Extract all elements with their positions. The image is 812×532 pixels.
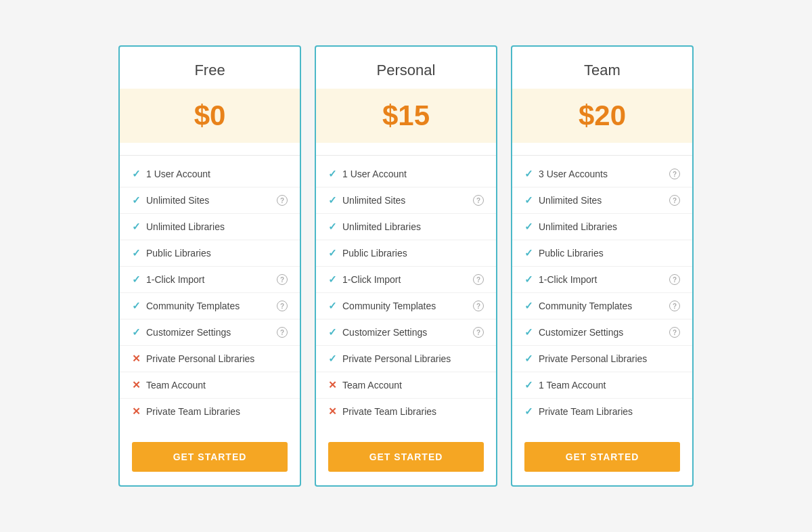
pricing-container: Free$0✓1 User Account✓Unlimited Sites?✓U… xyxy=(98,25,714,507)
price-personal: $15 xyxy=(330,99,482,132)
feature-label: Public Libraries xyxy=(342,248,484,259)
card-header-personal: Personal$15 xyxy=(316,47,496,156)
features-list-personal: ✓1 User Account✓Unlimited Sites?✓Unlimit… xyxy=(316,156,496,430)
check-icon: ✓ xyxy=(524,353,533,365)
cross-icon: ✕ xyxy=(132,353,141,365)
cross-icon: ✕ xyxy=(328,379,337,391)
feature-item: ✓1-Click Import? xyxy=(512,267,692,293)
features-list-team: ✓3 User Accounts?✓Unlimited Sites?✓Unlim… xyxy=(512,156,692,430)
feature-label: 1 Team Account xyxy=(539,380,680,391)
feature-item: ✓Public Libraries xyxy=(512,240,692,267)
check-icon: ✓ xyxy=(132,221,141,233)
plan-name-team: Team xyxy=(526,62,679,79)
feature-item: ✕Private Team Libraries xyxy=(316,399,496,424)
feature-item: ✓1 Team Account xyxy=(512,372,692,399)
check-icon: ✓ xyxy=(328,221,337,233)
pricing-card-team: Team$20✓3 User Accounts?✓Unlimited Sites… xyxy=(511,45,694,487)
check-icon: ✓ xyxy=(524,300,533,312)
feature-item: ✕Private Personal Libraries xyxy=(120,346,300,372)
feature-item: ✕Private Team Libraries xyxy=(120,399,300,424)
check-icon: ✓ xyxy=(132,300,141,312)
feature-label: 1-Click Import xyxy=(146,274,271,285)
check-icon: ✓ xyxy=(132,247,141,259)
help-icon[interactable]: ? xyxy=(473,301,484,311)
help-icon[interactable]: ? xyxy=(669,301,680,311)
feature-label: Private Team Libraries xyxy=(342,406,484,417)
check-icon: ✓ xyxy=(328,326,337,338)
help-icon[interactable]: ? xyxy=(277,327,288,338)
feature-item: ✓Private Team Libraries xyxy=(512,399,692,424)
plan-name-personal: Personal xyxy=(330,62,482,79)
get-started-button-team[interactable]: GET STARTED xyxy=(524,442,680,472)
feature-label: Customizer Settings xyxy=(342,327,468,338)
feature-item: ✓Customizer Settings? xyxy=(316,319,496,346)
card-footer-personal: GET STARTED xyxy=(316,430,496,485)
check-icon: ✓ xyxy=(524,273,533,286)
feature-label: 1-Click Import xyxy=(342,274,468,285)
feature-item: ✓Unlimited Sites? xyxy=(120,187,300,214)
feature-item: ✓Unlimited Sites? xyxy=(316,187,496,214)
feature-label: Community Templates xyxy=(146,301,271,311)
feature-item: ✓Community Templates? xyxy=(512,293,692,319)
feature-item: ✓Unlimited Libraries xyxy=(316,214,496,240)
feature-item: ✓Customizer Settings? xyxy=(120,319,300,346)
price-team: $20 xyxy=(526,99,679,132)
feature-label: 1 User Account xyxy=(342,169,484,179)
check-icon: ✓ xyxy=(524,379,533,391)
help-icon[interactable]: ? xyxy=(669,195,680,206)
feature-label: Unlimited Sites xyxy=(146,195,271,206)
check-icon: ✓ xyxy=(328,247,337,259)
card-header-free: Free$0 xyxy=(120,47,300,156)
feature-label: Private Team Libraries xyxy=(539,406,680,417)
check-icon: ✓ xyxy=(328,168,337,180)
feature-item: ✓Private Personal Libraries xyxy=(512,346,692,372)
help-icon[interactable]: ? xyxy=(473,327,484,338)
check-icon: ✓ xyxy=(132,194,141,206)
help-icon[interactable]: ? xyxy=(669,169,680,179)
feature-label: Community Templates xyxy=(342,301,468,311)
feature-item: ✓Community Templates? xyxy=(316,293,496,319)
check-icon: ✓ xyxy=(524,405,533,418)
card-header-team: Team$20 xyxy=(512,47,692,156)
feature-label: Unlimited Libraries xyxy=(539,221,680,232)
feature-item: ✕Team Account xyxy=(120,372,300,399)
feature-item: ✓1-Click Import? xyxy=(120,267,300,293)
feature-label: Public Libraries xyxy=(146,248,288,259)
price-box-personal: $15 xyxy=(316,89,496,143)
help-icon[interactable]: ? xyxy=(473,195,484,206)
feature-label: Public Libraries xyxy=(539,248,680,259)
help-icon[interactable]: ? xyxy=(669,274,680,285)
feature-label: Team Account xyxy=(342,380,484,391)
feature-label: Customizer Settings xyxy=(539,327,664,338)
help-icon[interactable]: ? xyxy=(277,274,288,285)
feature-item: ✓Community Templates? xyxy=(120,293,300,319)
feature-label: Private Personal Libraries xyxy=(146,353,288,364)
help-icon[interactable]: ? xyxy=(277,195,288,206)
check-icon: ✓ xyxy=(328,194,337,206)
feature-item: ✓Unlimited Libraries xyxy=(512,214,692,240)
cross-icon: ✕ xyxy=(132,405,141,418)
feature-item: ✓Unlimited Libraries xyxy=(120,214,300,240)
pricing-card-free: Free$0✓1 User Account✓Unlimited Sites?✓U… xyxy=(118,45,301,487)
price-free: $0 xyxy=(133,99,286,132)
check-icon: ✓ xyxy=(328,353,337,365)
check-icon: ✓ xyxy=(524,221,533,233)
feature-label: Unlimited Libraries xyxy=(342,221,484,232)
help-icon[interactable]: ? xyxy=(669,327,680,338)
feature-item: ✓1 User Account xyxy=(316,161,496,187)
get-started-button-free[interactable]: GET STARTED xyxy=(132,442,288,472)
help-icon[interactable]: ? xyxy=(277,301,288,311)
feature-label: Community Templates xyxy=(539,301,664,311)
get-started-button-personal[interactable]: GET STARTED xyxy=(328,442,484,472)
check-icon: ✓ xyxy=(524,168,533,180)
feature-label: Unlimited Libraries xyxy=(146,221,288,232)
pricing-card-personal: Personal$15✓1 User Account✓Unlimited Sit… xyxy=(315,45,497,487)
feature-label: Private Personal Libraries xyxy=(539,353,680,364)
feature-item: ✓Private Personal Libraries xyxy=(316,346,496,372)
feature-label: Team Account xyxy=(146,380,288,391)
feature-label: Unlimited Sites xyxy=(342,195,468,206)
help-icon[interactable]: ? xyxy=(473,274,484,285)
check-icon: ✓ xyxy=(328,273,337,286)
feature-item: ✓Public Libraries xyxy=(120,240,300,267)
price-box-team: $20 xyxy=(512,89,692,143)
